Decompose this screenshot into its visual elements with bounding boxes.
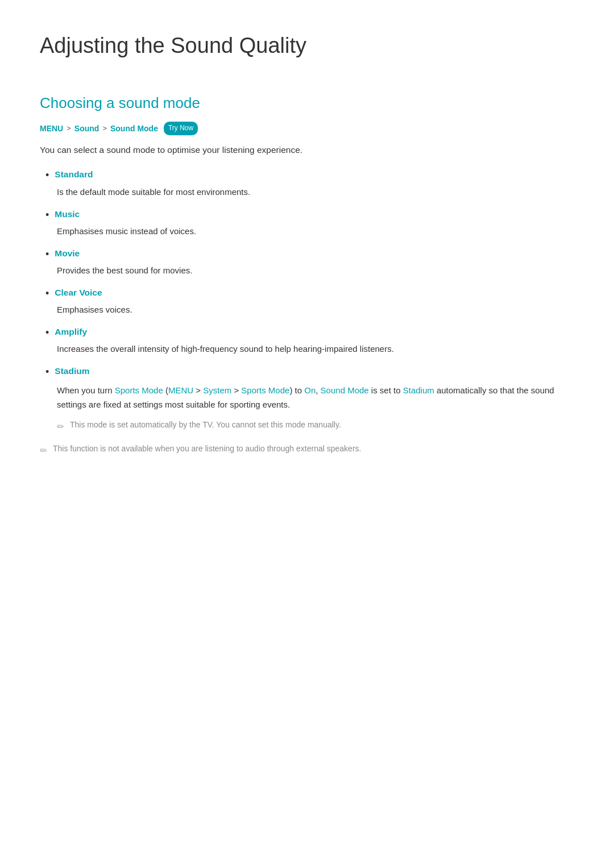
item-label-music: Music bbox=[55, 208, 80, 221]
list-item-movie: • Movie Provides the best sound for movi… bbox=[45, 247, 574, 277]
item-label-clear-voice: Clear Voice bbox=[55, 286, 102, 299]
list-item-music: • Music Emphasises music instead of voic… bbox=[45, 208, 574, 238]
list-item-stadium: • Stadium When you turn Sports Mode (MEN… bbox=[45, 365, 574, 434]
try-now-badge[interactable]: Try Now bbox=[164, 122, 198, 135]
item-desc-stadium: When you turn Sports Mode (MENU > System… bbox=[57, 383, 574, 412]
bullet-dot: • bbox=[45, 286, 49, 301]
item-desc-movie: Provides the best sound for movies. bbox=[57, 264, 574, 277]
highlight-system: System bbox=[203, 385, 231, 395]
pencil-icon-outer: ✏ bbox=[40, 443, 47, 458]
item-label-amplify: Amplify bbox=[55, 326, 87, 338]
highlight-sound-mode: Sound Mode bbox=[321, 385, 369, 395]
bullet-dot: • bbox=[45, 247, 49, 261]
item-desc-standard: Is the default mode suitable for most en… bbox=[57, 185, 574, 199]
highlight-sports-mode2: Sports Mode bbox=[241, 385, 289, 395]
outer-note: ✏ This function is not available when yo… bbox=[40, 443, 574, 458]
item-desc-amplify: Increases the overall intensity of high-… bbox=[57, 342, 574, 356]
breadcrumb: MENU > Sound > Sound Mode Try Now bbox=[40, 122, 574, 135]
item-desc-clear-voice: Emphasises voices. bbox=[57, 303, 574, 317]
bullet-dot: • bbox=[45, 326, 49, 340]
breadcrumb-sep1: > bbox=[67, 123, 71, 135]
page-title: Adjusting the Sound Quality bbox=[40, 28, 574, 63]
pencil-icon: ✏ bbox=[57, 420, 64, 434]
highlight-sports-mode: Sports Mode bbox=[115, 385, 163, 395]
list-item-clear-voice: • Clear Voice Emphasises voices. bbox=[45, 286, 574, 317]
highlight-menu: MENU bbox=[168, 385, 193, 395]
list-item-standard: • Standard Is the default mode suitable … bbox=[45, 168, 574, 198]
section-title: Choosing a sound mode bbox=[40, 92, 574, 115]
intro-text: You can select a sound mode to optimise … bbox=[40, 143, 574, 157]
stadium-note-text: This mode is set automatically by the TV… bbox=[70, 419, 341, 431]
breadcrumb-sound: Sound bbox=[74, 122, 99, 135]
breadcrumb-sep2: > bbox=[102, 123, 107, 135]
list-item-amplify: • Amplify Increases the overall intensit… bbox=[45, 326, 574, 356]
item-label-movie: Movie bbox=[55, 247, 80, 260]
highlight-on: On bbox=[304, 385, 316, 395]
bullet-dot: • bbox=[45, 365, 49, 379]
item-label-standard: Standard bbox=[55, 168, 93, 181]
sound-mode-list: • Standard Is the default mode suitable … bbox=[45, 168, 574, 434]
bullet-dot: • bbox=[45, 208, 49, 222]
item-label-stadium: Stadium bbox=[55, 365, 89, 377]
breadcrumb-menu: MENU bbox=[40, 122, 63, 135]
bullet-dot: • bbox=[45, 168, 49, 182]
highlight-stadium: Stadium bbox=[403, 385, 434, 395]
item-desc-music: Emphasises music instead of voices. bbox=[57, 225, 574, 238]
breadcrumb-sound-mode: Sound Mode bbox=[110, 122, 158, 135]
outer-note-text: This function is not available when you … bbox=[53, 443, 361, 455]
stadium-note: ✏ This mode is set automatically by the … bbox=[57, 419, 574, 434]
